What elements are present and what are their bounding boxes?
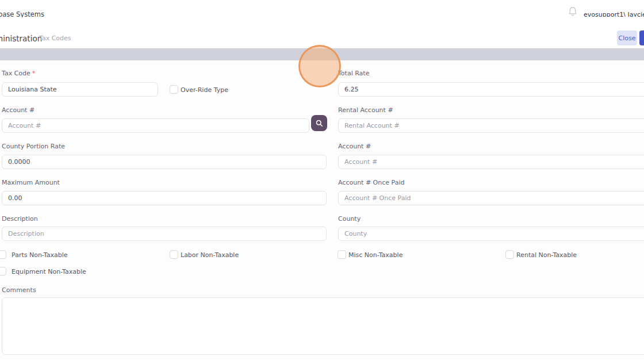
total-rate-input[interactable] [338,82,644,97]
description-input[interactable] [2,227,327,241]
override-type-label: Over-Ride Type [181,86,228,94]
page-title-text: ministration [0,34,42,43]
app-window: base Systems evosupport1\ Jaycie Rob min… [0,0,644,360]
county-portion-rate-input[interactable] [2,155,327,169]
breadcrumb: Tax Codes [39,35,71,42]
brand: base Systems [0,8,44,17]
user-menu[interactable]: evosupport1\ Jaycie Rob [584,8,644,17]
maximum-amount-input[interactable] [2,191,327,205]
notifications-bell-icon[interactable] [568,6,577,17]
tax-code-form: Tax Code* Over-Ride Type Total Rate Acco… [0,60,644,360]
override-type-checkbox[interactable] [170,85,178,94]
save-button[interactable] [639,30,644,45]
search-icon [315,119,324,128]
account-number-input[interactable] [2,118,309,133]
comments-label: Comments [2,286,36,294]
rental-account-label: Rental Account # [338,106,393,114]
misc-non-taxable-label: Misc Non-Taxable [348,251,402,259]
parts-non-taxable-label: Parts Non-Taxable [12,251,68,259]
tax-code-input[interactable] [2,82,158,97]
account-number-2-label: Account # [338,143,371,150]
page-header: ministration Tax Codes Close [0,28,644,48]
equipment-non-taxable-checkbox[interactable] [0,267,6,275]
rental-non-taxable-checkbox[interactable] [505,250,514,259]
rental-account-input[interactable] [338,118,644,133]
page-title: ministration [0,33,42,44]
parts-non-taxable-checkbox[interactable] [0,250,6,259]
account-search-button[interactable] [311,115,327,131]
account-once-paid-input[interactable] [338,191,644,205]
labor-non-taxable-checkbox[interactable] [170,250,178,259]
description-label: Description [2,215,38,223]
labor-non-taxable-label: Labor Non-Taxable [181,251,239,259]
county-portion-rate-label: County Portion Rate [2,143,65,150]
maximum-amount-label: Maximum Amount [2,179,60,186]
top-bar: base Systems evosupport1\ Jaycie Rob [0,0,644,28]
tax-code-label: Tax Code* [2,70,35,77]
county-label: County [338,215,361,223]
account-number-2-input[interactable] [338,155,644,169]
close-button[interactable]: Close [617,30,637,45]
comments-textarea[interactable] [2,297,644,355]
account-once-paid-label: Account # Once Paid [338,179,404,186]
account-number-label: Account # [2,106,34,114]
total-rate-label: Total Rate [338,70,369,77]
brand-label: base Systems [0,10,44,17]
equipment-non-taxable-label: Equipment Non-Taxable [12,268,86,275]
required-asterisk: * [32,70,36,77]
county-input[interactable] [338,227,644,241]
misc-non-taxable-checkbox[interactable] [338,250,346,259]
header-divider-band [0,48,644,60]
rental-non-taxable-label: Rental Non-Taxable [516,251,577,259]
user-name: evosupport1\ Jaycie Rob [584,11,644,17]
